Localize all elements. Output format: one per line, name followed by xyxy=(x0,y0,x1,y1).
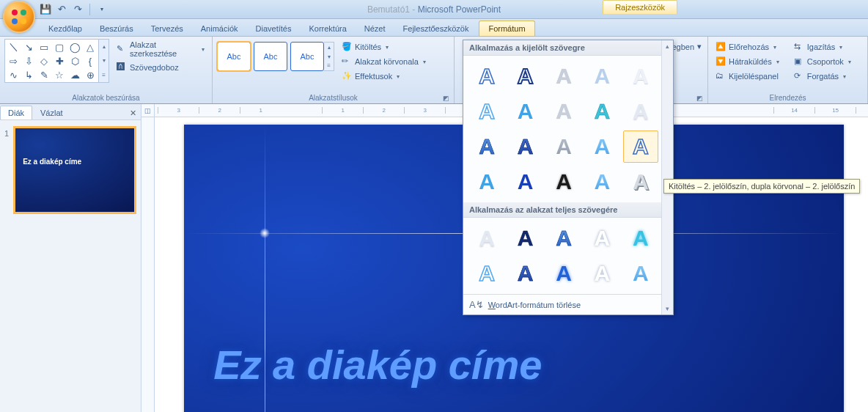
tab-slides[interactable]: Diák xyxy=(0,106,32,119)
shape-darrow-icon[interactable]: ⇩ xyxy=(21,54,36,67)
wordart-launcher-icon[interactable]: ◩ xyxy=(695,93,705,103)
wordart-style-option[interactable]: A xyxy=(584,60,619,92)
wordart-style-option[interactable]: A xyxy=(469,222,504,254)
shape-style-scroll[interactable]: ▴▾≡ xyxy=(324,42,334,71)
wordart-style-option[interactable]: A xyxy=(507,130,542,163)
shape-effects-button[interactable]: ✨ Effektusok▾ xyxy=(339,70,429,83)
wordart-style-option[interactable]: A xyxy=(507,95,542,128)
edit-shape-button[interactable]: ✎ Alakzat szerkesztése▾ xyxy=(114,39,207,59)
align-icon: ⇆ xyxy=(794,42,804,52)
wordart-style-option[interactable]: A xyxy=(469,257,504,290)
tab-home[interactable]: Kezdőlap xyxy=(40,21,91,36)
group-button[interactable]: ▣ Csoportok▾ xyxy=(791,55,854,68)
tab-insert[interactable]: Beszúrás xyxy=(91,21,142,36)
save-icon[interactable]: 💾 xyxy=(40,4,51,15)
shape-line-icon[interactable]: ＼ xyxy=(6,40,21,54)
redo-icon[interactable]: ↷ xyxy=(72,4,84,15)
wordart-style-option[interactable]: A xyxy=(623,95,658,128)
shape-diamond-icon[interactable]: ◇ xyxy=(37,54,51,67)
shapes-gallery-scroll[interactable]: ▴▾≡ xyxy=(99,39,109,83)
tab-developer[interactable]: Fejlesztőeszközök xyxy=(394,21,478,36)
wordart-style-option[interactable]: A xyxy=(546,257,581,290)
wordart-style-option[interactable]: A xyxy=(623,222,658,254)
wordart-style-option[interactable]: A xyxy=(507,60,542,92)
shape-connector-icon[interactable]: ↳ xyxy=(21,68,36,81)
ribbon-group-arrange: 🔼 Előrehozás▾ 🔽 Hátraküldés▾ 🗂 Kijelölés… xyxy=(708,37,868,103)
shape-style-3[interactable]: Abc xyxy=(290,42,324,71)
wordart-style-option[interactable]: A xyxy=(507,222,542,254)
wordart-style-option[interactable]: A xyxy=(584,130,619,163)
wordart-style-option[interactable]: A xyxy=(546,95,581,128)
wordart-style-option[interactable]: A xyxy=(507,166,542,198)
wordart-style-option[interactable]: A xyxy=(546,166,581,198)
shape-style-1[interactable]: Abc xyxy=(217,42,251,71)
shape-brace-icon[interactable]: { xyxy=(83,54,98,67)
undo-icon[interactable]: ↶ xyxy=(56,4,67,15)
shape-cross-icon[interactable]: ✚ xyxy=(52,54,67,67)
selection-pane-button[interactable]: 🗂 Kijelöléspanel xyxy=(713,70,782,83)
shape-rrect-icon[interactable]: ▢ xyxy=(52,40,67,54)
vertical-ruler[interactable] xyxy=(141,117,155,412)
slide-thumbnail[interactable]: Ez a diakép címe xyxy=(13,126,136,214)
shape-curve-icon[interactable]: ∿ xyxy=(6,68,21,81)
textbox-button[interactable]: 🅰 Szövegdoboz xyxy=(114,61,207,74)
wordart-style-option[interactable]: A xyxy=(469,60,504,92)
wordart-style-option[interactable]: A xyxy=(546,222,581,254)
wordart-style-option[interactable]: A xyxy=(584,222,619,254)
shape-triangle-icon[interactable]: △ xyxy=(83,40,98,54)
tab-design[interactable]: Tervezés xyxy=(142,21,192,36)
wordart-style-option[interactable]: A xyxy=(623,257,658,290)
rotate-button[interactable]: ⟳ Forgatás▾ xyxy=(791,70,854,83)
wordart-style-option[interactable]: A xyxy=(584,257,619,290)
shapes-gallery[interactable]: ＼ ↘ ▭ ▢ ◯ △ ⇨ ⇩ ◇ ✚ ⬡ { ∿ ↳ ✎ ☆ ☁ xyxy=(4,39,99,83)
send-backward-button[interactable]: 🔽 Hátraküldés▾ xyxy=(713,55,782,68)
wordart-style-option[interactable]: A xyxy=(469,166,504,198)
slide-panel-close-icon[interactable]: ✕ xyxy=(125,107,141,119)
wordart-style-option[interactable]: A xyxy=(623,166,658,198)
wordart-style-option[interactable]: A xyxy=(507,257,542,290)
shape-ellipse-icon[interactable]: ◯ xyxy=(67,40,82,54)
ruler-corner-icon[interactable]: ◫ xyxy=(141,104,155,117)
wordart-style-option[interactable]: A xyxy=(469,95,504,128)
wordart-style-option[interactable]: A xyxy=(584,166,619,198)
shape-arrow-icon[interactable]: ↘ xyxy=(21,40,36,54)
wordart-style-option[interactable]: A xyxy=(546,60,581,92)
ribbon: ＼ ↘ ▭ ▢ ◯ △ ⇨ ⇩ ◇ ✚ ⬡ { ∿ ↳ ✎ ☆ ☁ xyxy=(0,37,868,104)
shape-fill-button[interactable]: 🪣 Kitöltés▾ xyxy=(339,40,429,54)
shape-outline-button[interactable]: ✏ Alakzat körvonala▾ xyxy=(339,55,429,68)
effects-icon: ✨ xyxy=(342,71,352,81)
shape-rarrow-icon[interactable]: ⇨ xyxy=(6,54,21,67)
scroll-down-icon[interactable]: ▾ xyxy=(662,303,673,314)
tab-outline[interactable]: Vázlat xyxy=(32,106,71,119)
shape-callout-icon[interactable]: ☁ xyxy=(67,68,82,81)
wordart-style-option[interactable]: A xyxy=(546,130,581,163)
shape-styles-launcher-icon[interactable]: ◩ xyxy=(441,93,451,103)
qat-dropdown-icon[interactable]: ▾ xyxy=(96,4,108,15)
wordart-style-option[interactable]: A xyxy=(584,95,619,128)
wordart-clear-button[interactable]: A↯ WordArt-formátum törlése xyxy=(463,294,673,314)
shape-star-icon[interactable]: ☆ xyxy=(52,68,67,81)
quick-access-toolbar: 💾 ↶ ↷ ▾ xyxy=(40,4,108,15)
wordart-style-option[interactable]: A xyxy=(623,60,658,92)
slide-title-text[interactable]: Ez a diakép címe xyxy=(213,341,542,389)
paint-bucket-icon: 🪣 xyxy=(342,42,352,52)
pen-icon: ✏ xyxy=(342,56,352,67)
wordart-gallery-scrollbar[interactable]: ▴ ▾ xyxy=(661,40,673,314)
shape-hex-icon[interactable]: ⬡ xyxy=(67,54,82,67)
scroll-up-icon[interactable]: ▴ xyxy=(662,40,673,52)
tab-animations[interactable]: Animációk xyxy=(192,21,247,36)
tab-review[interactable]: Korrektúra xyxy=(300,21,355,36)
shape-freeform-icon[interactable]: ✎ xyxy=(37,68,51,81)
wordart-style-option[interactable]: A xyxy=(469,130,504,163)
tab-format[interactable]: Formátum xyxy=(479,21,534,36)
align-button[interactable]: ⇆ Igazítás▾ xyxy=(791,40,854,54)
shape-plus-icon[interactable]: ⊕ xyxy=(83,68,98,81)
office-button[interactable] xyxy=(3,1,35,33)
shape-rect-icon[interactable]: ▭ xyxy=(37,40,51,54)
wordart-style-option[interactable]: A xyxy=(623,130,658,163)
tab-slideshow[interactable]: Diavetítés xyxy=(247,21,301,36)
tab-view[interactable]: Nézet xyxy=(356,21,394,36)
bring-forward-button[interactable]: 🔼 Előrehozás▾ xyxy=(713,40,782,54)
shape-style-2[interactable]: Abc xyxy=(254,42,287,71)
group-label-shape-styles: Alakzatstílusok ◩ xyxy=(217,92,449,103)
